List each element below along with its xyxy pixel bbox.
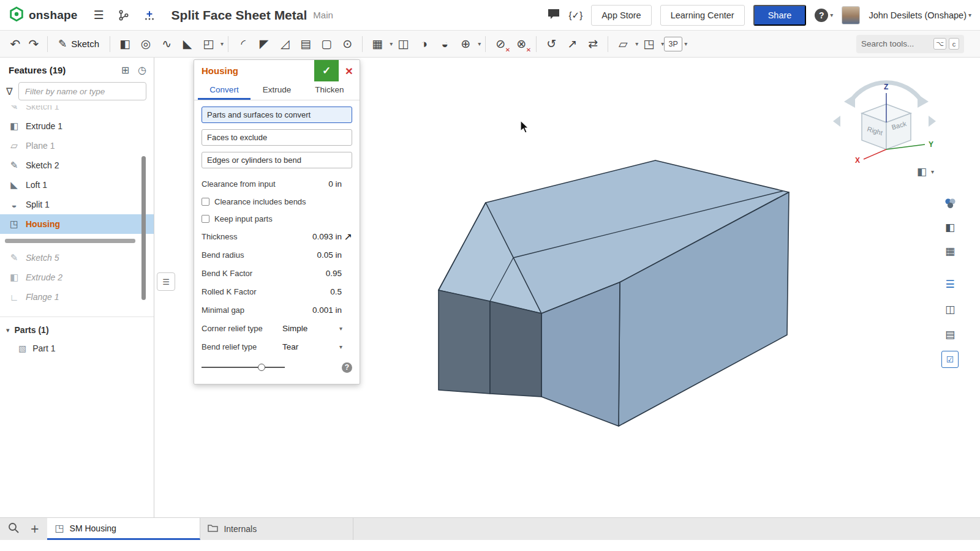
avatar[interactable] xyxy=(842,6,860,24)
chevron-down-icon[interactable]: ▾ xyxy=(684,40,687,47)
feature-list-panel-icon[interactable]: ☰ xyxy=(941,276,959,293)
feature-item-sketch2[interactable]: ✎ Sketch 2 xyxy=(0,156,154,175)
delete-face-icon[interactable]: ⊗✕ xyxy=(511,34,532,54)
transform-icon[interactable]: ⊕ xyxy=(455,34,476,54)
feature-item-plane1[interactable]: ▱ Plane 1 xyxy=(0,136,154,156)
feature-item-sketch1[interactable]: ✎ Sketch 1 xyxy=(0,105,154,116)
feature-item-split1[interactable]: ◒ Split 1 xyxy=(0,195,154,214)
pattern-menu[interactable]: ▦ ▾ xyxy=(367,34,393,54)
feature-list-flyout-button[interactable]: ☰ xyxy=(157,272,175,291)
replace-face-icon[interactable]: ⇄ xyxy=(582,34,603,54)
redo-button[interactable]: ↷ xyxy=(24,34,43,54)
pan-left-arrow[interactable] xyxy=(833,116,840,127)
thickness-input[interactable]: 0.093 in xyxy=(312,232,342,241)
rollback-slider[interactable] xyxy=(202,363,285,372)
tables-panel-icon[interactable]: ☑ xyxy=(941,351,959,368)
bend-radius-input[interactable]: 0.05 in xyxy=(317,250,342,260)
named-views-badge[interactable]: 3P xyxy=(664,37,682,51)
chevron-down-icon[interactable]: ▾ xyxy=(6,326,10,334)
rib-icon[interactable]: ▤ xyxy=(295,34,316,54)
thicken-icon[interactable]: ◰ xyxy=(198,34,219,54)
add-tab-button[interactable]: + xyxy=(31,522,39,536)
chevron-down-icon[interactable]: ▾ xyxy=(478,40,481,47)
plane-menu[interactable]: ▱ ▾ xyxy=(612,34,638,54)
tab-internals[interactable]: Internals xyxy=(200,518,353,540)
help-menu[interactable]: ? ▾ xyxy=(815,9,833,22)
minimal-gap-input[interactable]: 0.001 in xyxy=(312,305,342,315)
search-tools-input[interactable] xyxy=(861,39,931,48)
mirror-icon[interactable]: ◫ xyxy=(393,34,413,54)
rollback-bar[interactable] xyxy=(5,239,135,243)
bend-k-factor-input[interactable]: 0.95 xyxy=(326,269,342,278)
configuration-panel-icon[interactable]: ◫ xyxy=(941,301,959,318)
regeneration-time-icon[interactable]: ◷ xyxy=(138,64,146,76)
hole-icon[interactable]: ⊙ xyxy=(337,34,358,54)
display-states-icon[interactable]: ▦ xyxy=(941,242,959,260)
faces-to-exclude-selector[interactable]: Faces to exclude xyxy=(202,129,352,146)
checkbox-icon[interactable] xyxy=(202,198,209,206)
view-cube[interactable]: Right Back Z X Y xyxy=(828,69,938,167)
feature-item-loft1[interactable]: ◣ Loft 1 xyxy=(0,175,154,195)
tab-extrude[interactable]: Extrude xyxy=(251,81,303,100)
modify-fillet-icon[interactable]: ↺ xyxy=(541,34,562,54)
plane-icon[interactable]: ▱ xyxy=(612,34,633,54)
edges-to-bend-selector[interactable]: Edges or cylinders to bend xyxy=(202,152,352,168)
filter-icon[interactable]: ∇ xyxy=(6,86,13,97)
parts-section-header[interactable]: ▾ Parts (1) xyxy=(0,321,154,339)
rotate-right-arrow[interactable] xyxy=(918,94,929,108)
help-icon[interactable]: ? xyxy=(815,9,828,22)
workspace-name[interactable]: Main xyxy=(313,10,333,20)
pan-right-arrow[interactable] xyxy=(929,116,936,127)
parts-to-convert-selector[interactable]: Parts and surfaces to convert xyxy=(202,107,352,123)
part-item-part1[interactable]: ▧ Part 1 xyxy=(0,339,154,358)
move-face-icon[interactable]: ↗ xyxy=(562,34,582,54)
keep-input-parts-checkbox[interactable]: Keep input parts xyxy=(202,210,352,227)
slider-knob[interactable] xyxy=(258,364,265,371)
feature-filter-input[interactable] xyxy=(18,82,146,100)
tab-thicken[interactable]: Thicken xyxy=(303,81,356,100)
feature-list-scrollbar[interactable] xyxy=(141,156,146,300)
corner-relief-dropdown[interactable]: Simple ▾ xyxy=(282,324,342,333)
user-menu[interactable]: John Desilets (Onshape) ▾ xyxy=(869,10,971,20)
named-views-menu[interactable]: 3P ▾ xyxy=(664,37,687,51)
bend-relief-dropdown[interactable]: Tear ▾ xyxy=(282,342,342,351)
sweep-icon[interactable]: ∿ xyxy=(156,34,177,54)
checkbox-icon[interactable] xyxy=(202,215,209,223)
clearance-includes-bends-checkbox[interactable]: Clearance includes bends xyxy=(202,193,352,210)
insert-version-icon[interactable] xyxy=(143,9,156,21)
linear-pattern-icon[interactable]: ▦ xyxy=(367,34,388,54)
main-menu-icon[interactable]: ☰ xyxy=(94,8,104,22)
dialog-help-icon[interactable]: ? xyxy=(342,362,352,373)
custom-tables-icon[interactable]: ▤ xyxy=(941,326,959,343)
delete-part-icon[interactable]: ⊘✕ xyxy=(490,34,511,54)
rotate-left-arrow[interactable] xyxy=(844,94,855,108)
tab-convert[interactable]: Convert xyxy=(198,81,251,100)
feature-item-flange1[interactable]: ∟ Flange 1 xyxy=(0,287,154,307)
fillet-icon[interactable]: ◜ xyxy=(233,34,254,54)
appearance-panel-icon[interactable] xyxy=(941,195,959,212)
feature-item-housing[interactable]: ◳ Housing xyxy=(0,214,154,234)
revolve-icon[interactable]: ◎ xyxy=(135,34,156,54)
confirm-button[interactable]: ✓ xyxy=(314,60,339,81)
boolean-icon[interactable]: ◑ xyxy=(413,34,434,54)
featurescript-icon[interactable]: {✓} xyxy=(569,10,583,21)
chamfer-icon[interactable]: ◤ xyxy=(254,34,274,54)
feature-item-extrude2[interactable]: ◧ Extrude 2 xyxy=(0,268,154,287)
transform-menu[interactable]: ⊕ ▾ xyxy=(455,34,481,54)
draft-icon[interactable]: ◿ xyxy=(274,34,295,54)
search-tools[interactable]: ⌥ c xyxy=(856,35,964,53)
rolled-k-factor-input[interactable]: 0.5 xyxy=(330,287,342,296)
sheet-metal-icon[interactable]: ◳ xyxy=(638,34,659,54)
undo-button[interactable]: ↶ xyxy=(6,34,24,54)
flip-direction-icon[interactable]: ↗ xyxy=(344,231,352,242)
onshape-logo[interactable]: onshape xyxy=(9,6,78,24)
clearance-input[interactable]: 0 in xyxy=(328,179,342,189)
model-end-face-left[interactable] xyxy=(439,290,490,394)
tab-search-icon[interactable] xyxy=(7,522,20,536)
app-store-button[interactable]: App Store xyxy=(591,5,652,26)
tab-sm-housing[interactable]: ◳ SM Housing xyxy=(47,518,200,540)
comments-icon[interactable] xyxy=(547,8,560,23)
sketch-button[interactable]: ✎ Sketch xyxy=(52,34,105,54)
feature-item-extrude1[interactable]: ◧ Extrude 1 xyxy=(0,116,154,136)
new-folder-icon[interactable]: ⊞ xyxy=(121,64,129,76)
